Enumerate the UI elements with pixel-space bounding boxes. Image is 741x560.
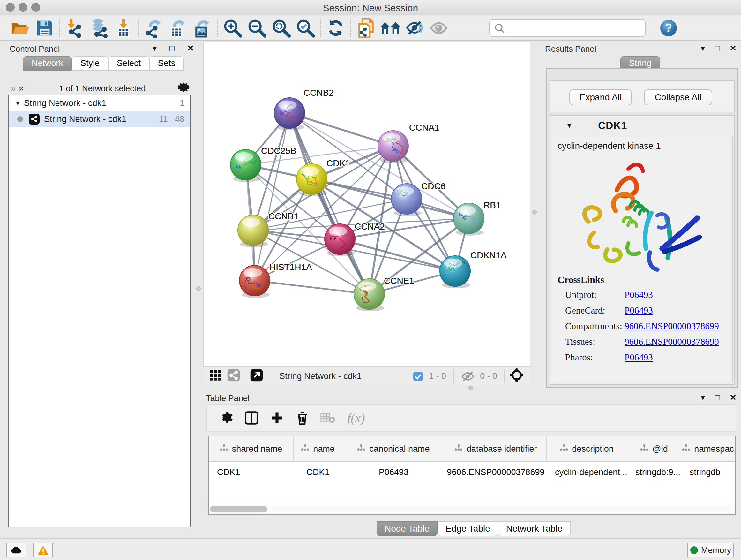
- network-node-CDC25B[interactable]: CDC25B CDC25B: [230, 146, 296, 182]
- save-session-icon[interactable]: [32, 18, 57, 38]
- control-panel-float-icon[interactable]: ▾: [152, 44, 157, 53]
- zoom-in-icon[interactable]: [220, 18, 245, 38]
- hierarchy-icon: [301, 444, 309, 454]
- collapse-all-button[interactable]: Collapse All: [644, 89, 712, 105]
- collapse-all-networks-icon[interactable]: »: [11, 83, 16, 94]
- control-panel-maximize-icon[interactable]: □: [170, 44, 175, 53]
- memory-button[interactable]: Memory: [687, 543, 734, 557]
- left-splitter-handle[interactable]: [196, 287, 201, 291]
- network-node-RB1[interactable]: RB1 RB1: [454, 200, 501, 236]
- create-column-plus-icon[interactable]: [270, 411, 284, 425]
- first-neighbors-icon[interactable]: [378, 18, 402, 38]
- tab-network[interactable]: Network: [23, 56, 72, 71]
- edge-CCNB2-CCNA1[interactable]: [289, 113, 393, 146]
- column-header-database-identifier[interactable]: database identifier: [445, 436, 547, 461]
- column-header-name[interactable]: name: [293, 436, 342, 461]
- network-canvas[interactable]: CCNB2 CCNB2 CCNA1 CCNA1 CDC25B CDC25B CD…: [203, 42, 530, 367]
- network-edge-count: 48: [175, 114, 185, 124]
- network-row[interactable]: String Network - cdk1 11 48: [9, 111, 190, 127]
- network-node-CCNA1[interactable]: CCNA1 CCNA1: [378, 123, 440, 163]
- import-table-file-icon[interactable]: [111, 18, 136, 38]
- table-cell[interactable]: 9606.ENSP00000378699: [445, 462, 547, 482]
- network-node-CCNB1[interactable]: CCNB1 CCNB1: [238, 211, 299, 247]
- selected-nodes-checkbox-icon[interactable]: [412, 371, 424, 382]
- table-cell[interactable]: stringdb:9...: [627, 462, 681, 482]
- crosslink-link[interactable]: 9606.ENSP00000378699: [624, 321, 719, 331]
- tab-edge-table[interactable]: Edge Table: [437, 521, 498, 536]
- table-cell[interactable]: cyclin-dependent ...: [547, 462, 627, 482]
- show-column-panel-icon[interactable]: [245, 411, 259, 425]
- hidden-eye-icon[interactable]: [461, 370, 475, 383]
- results-panel-close-icon[interactable]: ✕: [730, 44, 737, 53]
- column-header-description[interactable]: description: [547, 436, 627, 461]
- network-from-clipboard-icon[interactable]: [354, 18, 378, 38]
- expand-all-networks-icon[interactable]: «: [16, 86, 26, 91]
- table-row[interactable]: CDK1CDK1P064939606.ENSP00000378699cyclin…: [209, 462, 735, 482]
- help-icon[interactable]: ?: [657, 18, 681, 38]
- crosslink-label: Tissues:: [557, 336, 624, 347]
- control-panel-tabs: NetworkStyleSelectSets: [23, 56, 184, 71]
- column-header-shared-name[interactable]: shared name: [209, 436, 293, 461]
- zoom-fit-icon[interactable]: [269, 18, 293, 38]
- import-network-file-icon[interactable]: [63, 18, 87, 38]
- gene-caret-icon[interactable]: ▾: [567, 121, 571, 130]
- scrollbar-thumb[interactable]: [210, 506, 267, 512]
- crosslink-link[interactable]: P06493: [624, 352, 653, 363]
- results-panel-maximize-icon[interactable]: □: [715, 44, 720, 53]
- results-panel-float-icon[interactable]: ▾: [701, 44, 705, 53]
- table-settings-gear-icon[interactable]: [218, 411, 233, 425]
- table-horizontal-scrollbar[interactable]: [209, 505, 735, 514]
- network-collection-row[interactable]: ▾ String Network - cdk1 1: [9, 95, 190, 111]
- gene-section-header[interactable]: ▾ CDK1: [549, 115, 735, 136]
- zoom-selected-icon[interactable]: [293, 18, 318, 38]
- table-cell[interactable]: P06493: [342, 462, 445, 482]
- export-network-icon[interactable]: [142, 18, 166, 38]
- table-cell[interactable]: stringdb: [681, 462, 735, 482]
- column-header--id[interactable]: @id: [627, 436, 681, 461]
- import-network-database-icon[interactable]: [87, 18, 111, 38]
- crosslink-link[interactable]: P06493: [624, 290, 653, 300]
- right-splitter-handle[interactable]: [532, 210, 537, 214]
- tab-sets[interactable]: Sets: [149, 56, 184, 71]
- table-cell[interactable]: CDK1: [293, 462, 342, 482]
- fit-selected-crosshair-icon[interactable]: [509, 368, 524, 385]
- refresh-icon[interactable]: [324, 18, 348, 38]
- search-input[interactable]: [489, 19, 646, 37]
- edge-CCNB2-HIST1H1A[interactable]: [255, 113, 289, 281]
- network-options-gear-icon[interactable]: [178, 81, 190, 96]
- control-panel-close-icon[interactable]: ✕: [187, 44, 194, 53]
- cloud-status-icon[interactable]: [6, 543, 26, 557]
- network-node-CCNE1[interactable]: CCNE1 CCNE1: [354, 276, 414, 311]
- column-header-canonical-name[interactable]: canonical name: [342, 436, 445, 461]
- edge-HIST1H1A-CCNE1[interactable]: [255, 281, 369, 294]
- open-session-icon[interactable]: [8, 18, 32, 38]
- column-header-namespac[interactable]: namespac: [681, 436, 735, 461]
- tab-node-table[interactable]: Node Table: [377, 521, 437, 536]
- search-field[interactable]: [489, 19, 646, 37]
- network-node-HIST1H1A[interactable]: HIST1H1A HIST1H1A: [239, 262, 312, 298]
- warning-status-icon[interactable]: [33, 543, 53, 557]
- zoom-out-icon[interactable]: [245, 18, 269, 38]
- show-all-icon[interactable]: [427, 18, 451, 38]
- crosslink-link[interactable]: P06493: [624, 305, 653, 316]
- bottom-splitter-handle[interactable]: [468, 386, 473, 390]
- tab-network-table[interactable]: Network Table: [498, 521, 570, 536]
- string-panel-icon[interactable]: [227, 368, 240, 384]
- expand-all-button[interactable]: Expand All: [569, 89, 632, 105]
- table-panel-close-icon[interactable]: ✕: [730, 393, 737, 402]
- crosslink-link[interactable]: 9606.ENSP00000378699: [624, 336, 719, 347]
- svg-text:?: ?: [665, 21, 672, 35]
- tab-select[interactable]: Select: [108, 56, 149, 71]
- detach-view-icon[interactable]: [250, 368, 263, 384]
- export-image-icon[interactable]: [190, 18, 214, 38]
- network-node-CDKN1A[interactable]: CDKN1A CDKN1A: [440, 250, 507, 288]
- collection-caret-icon[interactable]: ▾: [16, 99, 19, 107]
- table-cell[interactable]: CDK1: [209, 462, 293, 482]
- table-panel-float-icon[interactable]: ▾: [701, 393, 705, 402]
- delete-column-trash-icon[interactable]: [295, 410, 309, 426]
- table-panel-maximize-icon[interactable]: □: [715, 393, 720, 402]
- hide-selected-icon[interactable]: [402, 18, 427, 38]
- export-table-icon[interactable]: [166, 18, 190, 38]
- tab-style[interactable]: Style: [72, 56, 108, 71]
- birdseye-view-icon[interactable]: [209, 369, 222, 384]
